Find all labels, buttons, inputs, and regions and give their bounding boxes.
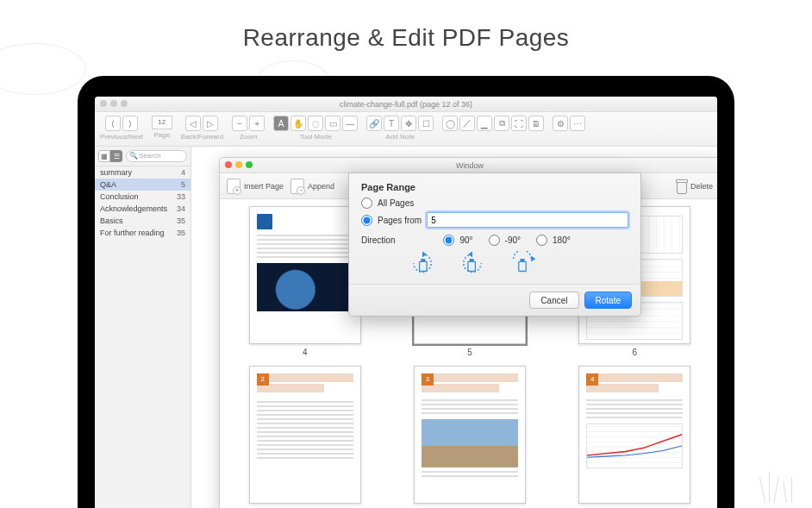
backforward-label: Back/Forward	[181, 133, 223, 141]
app-titlebar: climate-change-full.pdf (page 12 of 36)	[95, 97, 717, 112]
svg-rect-7	[519, 261, 527, 271]
pages-from-radio[interactable]	[361, 215, 372, 226]
tool-screenshot-icon[interactable]: ⧉	[494, 116, 509, 131]
trash-icon	[675, 179, 687, 194]
sidebar-view-toggle[interactable]: ▦☰	[98, 150, 122, 162]
next-page-button[interactable]: ⟩	[122, 116, 138, 131]
minimize-icon[interactable]	[235, 161, 242, 168]
back-button[interactable]: ◁	[185, 116, 201, 131]
thumbnail-number: 4	[303, 348, 308, 357]
hero-title: Rearrange & Edit PDF Pages	[0, 0, 812, 67]
append-icon	[290, 179, 304, 194]
addnote-label: Add Note	[385, 133, 414, 141]
svg-marker-0	[422, 252, 427, 258]
more-icon[interactable]: ⋯	[570, 116, 585, 131]
thumbnail-page[interactable]: 3	[414, 366, 526, 504]
settings-icon[interactable]: ⚙	[553, 116, 568, 131]
dialog-title: Page Range	[361, 182, 628, 192]
zoom-icon[interactable]	[246, 161, 253, 168]
prev-page-button[interactable]: ⟨	[105, 116, 121, 131]
thumb-window-controls[interactable]	[225, 161, 253, 168]
thumbnail-page[interactable]: 4	[578, 366, 690, 504]
pages-from-input[interactable]	[427, 212, 628, 228]
thumb-window-title: Window	[456, 161, 484, 170]
close-icon[interactable]	[225, 161, 232, 168]
rotate-ccw-icon	[458, 251, 487, 277]
sidebar-item-qa[interactable]: Q&A5	[95, 179, 191, 191]
thumbnail-cell[interactable]: 4 9	[562, 366, 708, 508]
page-range-dialog: Page Range All Pages Pages from Directio…	[348, 172, 641, 317]
thumbnail-number: 5	[467, 348, 472, 357]
thumbnail-cell[interactable]: 2 7	[232, 366, 378, 508]
thumbnail-cell[interactable]: 3 8	[397, 366, 542, 508]
thumbnail-view-icon[interactable]: ▦	[98, 150, 110, 162]
search-input[interactable]: Search	[126, 150, 187, 162]
outline-list: summary4 Q&A5 Conclusion33 Acknowledgeme…	[95, 166, 191, 239]
app-toolbar: ⟨ ⟩ Previous/Next 12 Page ◁ ▷ Back/Forwa…	[95, 112, 717, 147]
page-number-field[interactable]: 12	[152, 116, 172, 129]
note-textbox-icon[interactable]: T	[384, 116, 399, 131]
thumb-titlebar: Window	[220, 158, 717, 173]
tool-fullscreen-icon[interactable]: ⛶	[511, 116, 527, 131]
tool-line-icon[interactable]: ／	[459, 116, 475, 131]
zoom-in-button[interactable]: +	[249, 116, 265, 131]
tool-divider: —	[342, 116, 358, 131]
svg-marker-6	[531, 256, 535, 262]
thumbnail-number: 6	[633, 348, 638, 357]
sidebar-item-further[interactable]: For further reading35	[95, 227, 191, 239]
rotate-cw-icon	[408, 251, 437, 277]
delete-button[interactable]: Delete	[675, 179, 713, 194]
dir-90-radio[interactable]	[443, 235, 454, 246]
toolmode-label: Tool Mode	[300, 133, 332, 141]
note-sticky-icon[interactable]: ☐	[418, 116, 434, 131]
insert-page-icon	[227, 179, 240, 194]
append-button[interactable]: Append	[290, 179, 334, 194]
tool-text-select[interactable]: A	[273, 116, 289, 131]
insert-page-button[interactable]: Insert Page	[227, 179, 284, 194]
zoom-out-button[interactable]: −	[232, 116, 247, 131]
dir-180-radio[interactable]	[536, 235, 547, 246]
svg-rect-1	[420, 261, 428, 271]
thumbnail-page[interactable]	[249, 206, 361, 344]
thumbnail-page[interactable]: 2	[249, 366, 361, 504]
window-controls[interactable]	[100, 100, 128, 107]
rotate-button[interactable]: Rotate	[584, 292, 632, 309]
svg-rect-4	[468, 261, 476, 271]
sidebar-item-conclusion[interactable]: Conclusion33	[95, 191, 191, 203]
link-icon[interactable]: 🔗	[366, 116, 382, 131]
direction-label: Direction	[361, 235, 395, 245]
prevnext-label: Previous/Next	[100, 133, 143, 141]
svg-marker-3	[468, 252, 472, 258]
tool-highlight-icon[interactable]: ▁	[477, 116, 492, 131]
tool-hand[interactable]: ✋	[290, 116, 306, 131]
tool-doc-icon[interactable]: 🗎	[528, 116, 544, 131]
forward-button[interactable]: ▷	[203, 116, 218, 131]
rotate-180-icon	[508, 251, 537, 277]
all-pages-radio[interactable]	[361, 198, 372, 209]
all-pages-label: All Pages	[378, 198, 414, 208]
dir-neg90-radio[interactable]	[489, 235, 500, 246]
sidebar-item-ack[interactable]: Acknowledgements34	[95, 203, 191, 215]
sidebar-item-basics[interactable]: Basics35	[95, 215, 191, 227]
pages-from-label: Pages from	[378, 216, 422, 225]
svg-rect-2	[421, 259, 425, 261]
zoom-label: Zoom	[240, 133, 257, 141]
app-title: climate-change-full.pdf (page 12 of 36)	[340, 100, 472, 109]
app-screen: climate-change-full.pdf (page 12 of 36) …	[95, 97, 717, 508]
tool-crop[interactable]: ▭	[325, 116, 340, 131]
tool-lasso[interactable]: ◌	[308, 116, 323, 131]
monitor-bezel: climate-change-full.pdf (page 12 of 36) …	[78, 76, 734, 508]
sidebar: ▦☰ Search summary4 Q&A5 Conclusion33 Ack…	[95, 147, 191, 508]
sidebar-item-summary[interactable]: summary4	[95, 166, 191, 179]
svg-rect-5	[470, 259, 474, 261]
tool-shape-icon[interactable]: ◯	[442, 116, 458, 131]
note-anchor-icon[interactable]: ✥	[401, 116, 416, 131]
cancel-button[interactable]: Cancel	[529, 292, 578, 309]
page-label: Page	[153, 131, 170, 139]
svg-rect-8	[520, 259, 524, 261]
outline-view-icon[interactable]: ☰	[110, 150, 122, 162]
